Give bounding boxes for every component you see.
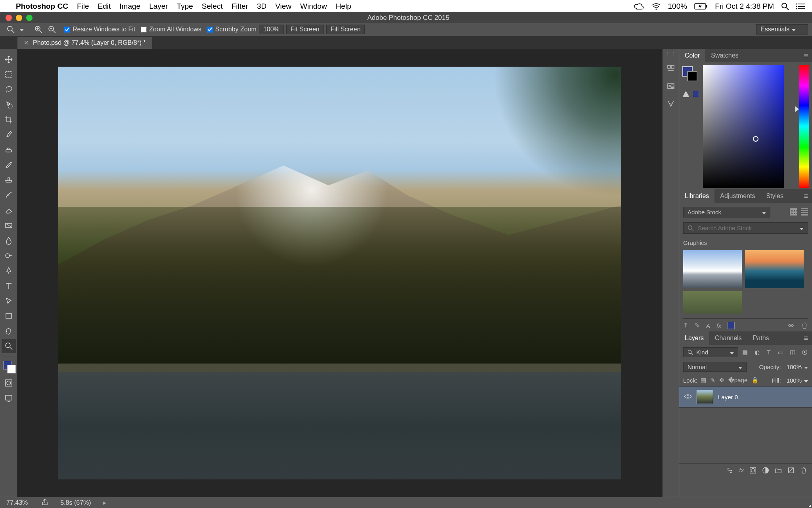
tab-color[interactable]: Color xyxy=(679,49,705,62)
layer-item[interactable]: Layer 0 xyxy=(679,386,812,408)
eraser-tool[interactable] xyxy=(2,203,16,217)
gamut-closest-swatch[interactable] xyxy=(693,91,699,97)
new-fill-adjustment-icon[interactable] xyxy=(762,467,769,474)
creative-cloud-icon[interactable] xyxy=(634,3,644,10)
spot-healing-brush-tool[interactable] xyxy=(2,143,16,157)
zoom-100-button[interactable]: 100% xyxy=(259,25,284,34)
tab-styles[interactable]: Styles xyxy=(760,189,789,203)
filter-smart-icon[interactable]: ◫ xyxy=(789,349,796,356)
color-panel-menu-icon[interactable]: ≡ xyxy=(800,52,812,60)
zoom-in-icon[interactable] xyxy=(34,25,43,34)
app-menu[interactable]: Photoshop CC xyxy=(16,2,68,11)
fill-screen-button[interactable]: Fill Screen xyxy=(326,25,365,34)
menu-view[interactable]: View xyxy=(275,2,291,11)
status-flyout-icon[interactable]: ▸ xyxy=(103,499,106,506)
tool-preset-chevron-icon[interactable] xyxy=(17,26,24,33)
filter-shape-icon[interactable]: ▭ xyxy=(777,349,784,356)
path-selection-tool[interactable] xyxy=(2,294,16,308)
background-color-swatch[interactable] xyxy=(7,365,16,373)
filter-type-icon[interactable]: T xyxy=(765,349,772,356)
lock-position-icon[interactable]: ✥ xyxy=(719,377,724,384)
libraries-panel-menu-icon[interactable]: ≡ xyxy=(800,192,812,200)
new-layer-icon[interactable] xyxy=(787,467,795,474)
eyedropper-tool[interactable] xyxy=(2,128,16,142)
delete-layer-icon[interactable] xyxy=(800,467,807,474)
library-trash-icon[interactable] xyxy=(801,322,808,329)
quick-mask-mode-button[interactable] xyxy=(2,376,16,390)
window-zoom-button[interactable] xyxy=(26,15,33,21)
status-zoom-value[interactable]: 77.43% xyxy=(6,499,28,506)
menu-help[interactable]: Help xyxy=(336,2,351,11)
library-thumbnail[interactable] xyxy=(745,250,804,288)
gamut-warning-icon[interactable] xyxy=(682,91,689,97)
lock-transparency-icon[interactable]: ▦ xyxy=(701,377,706,384)
layer-thumbnail[interactable] xyxy=(697,390,713,404)
link-layers-icon[interactable] xyxy=(726,467,733,474)
menu-select[interactable]: Select xyxy=(202,2,223,11)
dodge-tool[interactable] xyxy=(2,248,16,263)
menu-3d[interactable]: 3D xyxy=(257,2,266,11)
filter-adjustment-icon[interactable]: ◐ xyxy=(753,349,760,356)
fill-value[interactable]: 100% xyxy=(787,377,808,384)
new-group-icon[interactable] xyxy=(775,467,782,474)
color-panel-fgbg-swatches[interactable] xyxy=(682,66,698,82)
menu-window[interactable]: Window xyxy=(300,2,327,11)
zoom-all-windows-checkbox[interactable] xyxy=(141,27,147,33)
library-thumbnail[interactable] xyxy=(683,250,742,288)
screen-mode-button[interactable] xyxy=(2,391,16,405)
add-layer-style-icon[interactable]: fx xyxy=(716,322,721,329)
resize-windows-checkbox[interactable] xyxy=(64,27,70,33)
layer-visibility-icon[interactable] xyxy=(684,394,692,400)
history-panel-icon[interactable] xyxy=(665,63,676,74)
history-brush-tool[interactable] xyxy=(2,188,16,202)
library-source-select[interactable]: Adobe Stock xyxy=(683,207,770,217)
tab-channels[interactable]: Channels xyxy=(709,331,747,345)
filter-toggle-icon[interactable]: ⦿ xyxy=(801,349,808,356)
lock-all-icon[interactable]: 🔒 xyxy=(751,377,759,384)
hue-slider[interactable] xyxy=(799,65,809,188)
zoom-tool-icon[interactable] xyxy=(6,25,15,34)
tab-paths[interactable]: Paths xyxy=(747,331,775,345)
fit-screen-button[interactable]: Fit Screen xyxy=(286,25,324,34)
menubar-clock[interactable]: Fri Oct 2 4:38 PM xyxy=(715,2,774,11)
lasso-tool[interactable] xyxy=(2,83,16,97)
rectangle-tool[interactable] xyxy=(2,309,16,323)
zoom-out-icon[interactable] xyxy=(48,25,56,34)
rectangular-marquee-tool[interactable] xyxy=(2,67,16,82)
status-timing-value[interactable]: 5.8s (67%) xyxy=(60,499,91,506)
wifi-icon[interactable] xyxy=(651,3,661,10)
library-grid-view-button[interactable] xyxy=(790,208,797,216)
type-tool[interactable] xyxy=(2,279,16,293)
move-tool[interactable] xyxy=(2,52,16,67)
add-character-style-icon[interactable]: A xyxy=(706,322,710,329)
tab-layers[interactable]: Layers xyxy=(679,331,709,345)
scrubby-zoom-checkbox[interactable] xyxy=(207,27,213,33)
opacity-value[interactable]: 100% xyxy=(787,364,808,370)
spotlight-icon[interactable] xyxy=(781,2,789,10)
add-graphic-icon[interactable]: ⤒ xyxy=(683,322,688,329)
properties-panel-icon[interactable] xyxy=(665,81,676,92)
character-panel-icon[interactable] xyxy=(665,98,676,109)
add-color-icon[interactable] xyxy=(728,322,735,329)
library-visibility-icon[interactable] xyxy=(787,322,795,329)
filter-pixel-icon[interactable]: ▦ xyxy=(741,349,749,356)
close-tab-icon[interactable]: ✕ xyxy=(24,39,29,46)
blend-mode-select[interactable]: Normal xyxy=(683,362,747,372)
lock-artboard-icon[interactable]: �page xyxy=(728,377,747,384)
gradient-tool[interactable] xyxy=(2,218,16,233)
crop-tool[interactable] xyxy=(2,113,16,127)
document-tab[interactable]: ✕ Photo.psd @ 77.4% (Layer 0, RGB/8*) * xyxy=(17,37,152,49)
library-search-input[interactable] xyxy=(698,225,793,231)
workspace-select[interactable]: Essentials xyxy=(756,24,808,35)
canvas-area[interactable] xyxy=(17,49,662,497)
hand-tool[interactable] xyxy=(2,324,16,338)
pen-tool[interactable] xyxy=(2,264,16,278)
menu-type[interactable]: Type xyxy=(177,2,193,11)
window-minimize-button[interactable] xyxy=(16,15,22,21)
panel-grip-icon[interactable]: ⋮⋮ xyxy=(665,51,676,57)
window-close-button[interactable] xyxy=(6,15,12,21)
tab-swatches[interactable]: Swatches xyxy=(705,49,744,62)
zoom-tool[interactable] xyxy=(2,339,16,353)
library-list-view-button[interactable] xyxy=(801,208,808,216)
menu-filter[interactable]: Filter xyxy=(232,2,248,11)
